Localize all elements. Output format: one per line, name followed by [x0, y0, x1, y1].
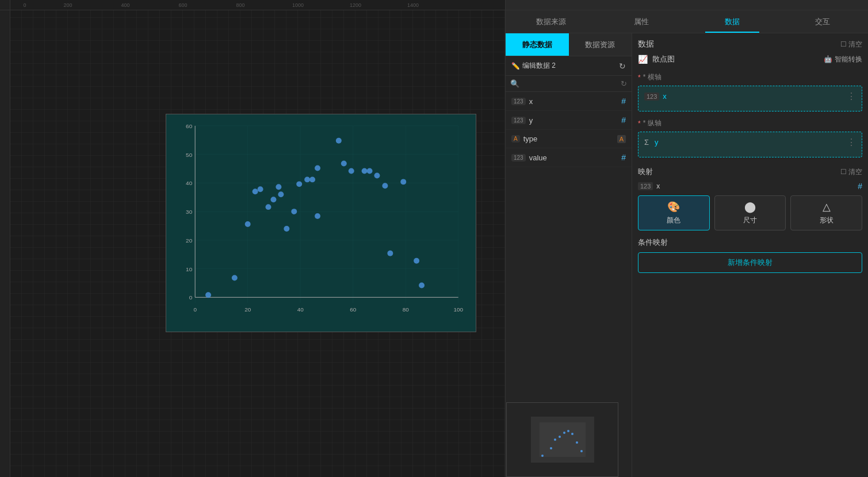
tab-data[interactable]: 数据: [687, 11, 778, 33]
svg-point-47: [349, 168, 354, 174]
mapping-field-type: 123: [638, 182, 653, 190]
svg-point-45: [336, 138, 342, 144]
mapping-size-button[interactable]: ⬤ 尺寸: [714, 195, 786, 230]
mapping-shape-button[interactable]: △ 形状: [790, 195, 862, 230]
clear-mapping-label: 清空: [848, 168, 862, 176]
left-ruler: [0, 10, 10, 477]
svg-text:0: 0: [193, 306, 197, 313]
data-resource-tab[interactable]: 数据资源: [569, 33, 632, 56]
x-required-star: *: [638, 74, 641, 82]
color-label: 颜色: [667, 216, 680, 225]
add-condition-button[interactable]: 新增条件映射: [638, 252, 862, 273]
field-item-y[interactable]: 123 y #: [506, 111, 632, 130]
x-axis-drop-zone[interactable]: 123 x ⋮: [638, 86, 862, 111]
color-icon: 🎨: [667, 201, 680, 213]
svg-point-63: [567, 430, 569, 432]
svg-text:60: 60: [350, 306, 357, 313]
chart-type-row: 📈 散点图 🤖 智能转换: [638, 54, 862, 64]
svg-rect-0: [166, 114, 475, 332]
tab-datasource[interactable]: 数据来源: [506, 11, 596, 33]
edit-data-button[interactable]: ✏️ 编辑数据 2: [511, 61, 556, 71]
ruler-tick-1: 200: [39, 2, 97, 8]
svg-point-35: [270, 197, 276, 202]
svg-point-49: [367, 168, 373, 174]
svg-point-40: [296, 181, 302, 187]
static-data-tab[interactable]: 静态数据: [506, 33, 569, 56]
y-field-agg-icon: Σ: [644, 138, 649, 147]
mapping-title: 映射: [638, 167, 653, 177]
field-type-type: A: [511, 135, 520, 143]
svg-text:40: 40: [186, 180, 193, 186]
svg-point-33: [258, 186, 263, 192]
svg-point-39: [291, 209, 297, 214]
search-icon: 🔍: [510, 79, 519, 88]
svg-point-48: [362, 168, 368, 174]
refresh-icon[interactable]: ↻: [619, 61, 626, 71]
svg-text:50: 50: [186, 152, 193, 158]
top-ruler: 0 200 400 600 800 1000 1200 1400: [10, 0, 505, 10]
svg-text:80: 80: [403, 306, 410, 313]
mini-preview: [506, 402, 618, 477]
x-field-name: x: [663, 92, 843, 101]
chart-widget[interactable]: 0 10 20 30 40 50 60 0 20 40: [166, 114, 476, 332]
y-field-more-button[interactable]: ⋮: [847, 137, 856, 148]
field-item-x[interactable]: 123 x #: [506, 92, 632, 111]
svg-point-62: [563, 432, 565, 434]
tab-attributes[interactable]: 属性: [596, 11, 687, 33]
svg-text:100: 100: [453, 306, 463, 313]
svg-point-59: [550, 447, 552, 449]
clear-label: 清空: [848, 40, 862, 48]
scatter-svg: 0 10 20 30 40 50 60 0 20 40: [166, 114, 476, 332]
size-icon: ⬤: [744, 201, 756, 213]
ruler-tick-7: 1400: [384, 2, 442, 8]
svg-point-38: [284, 226, 289, 232]
search-input[interactable]: [523, 80, 617, 88]
svg-point-66: [580, 450, 583, 452]
mapping-section: 映射 ☐ 清空 123 x # �: [638, 167, 862, 230]
y-axis-drop-zone[interactable]: Σ y ⋮: [638, 132, 862, 157]
condition-title: 条件映射: [638, 237, 862, 248]
field-icon-type: A: [617, 135, 626, 143]
x-axis-title: * 横轴: [643, 72, 661, 82]
chart-type-name: 散点图: [652, 54, 819, 64]
svg-text:40: 40: [297, 306, 304, 313]
svg-point-43: [315, 213, 320, 219]
svg-point-51: [382, 183, 388, 189]
svg-text:20: 20: [186, 237, 193, 244]
y-field-name: y: [655, 138, 843, 147]
mini-chart: [531, 417, 594, 463]
field-name-y: y: [529, 116, 533, 125]
svg-point-41: [304, 176, 310, 182]
tab-interact[interactable]: 交互: [778, 11, 869, 33]
search-refresh-icon[interactable]: ↻: [621, 79, 627, 88]
field-item-type[interactable]: A type A: [506, 130, 632, 148]
svg-point-61: [559, 436, 561, 438]
ai-convert-button[interactable]: 🤖 智能转换: [824, 55, 862, 64]
svg-point-44: [315, 166, 320, 171]
sub-tabs: 静态数据 数据资源: [506, 33, 632, 56]
svg-point-55: [419, 282, 425, 288]
ruler-tick-6: 1200: [327, 2, 384, 8]
ai-icon: 🤖: [824, 55, 832, 63]
svg-point-60: [554, 438, 556, 441]
shape-label: 形状: [820, 216, 833, 225]
field-type-y: 123: [511, 117, 526, 124]
field-name-x: x: [529, 97, 533, 106]
field-type-x: 123: [511, 98, 526, 105]
field-hash-x: #: [621, 97, 626, 106]
mapping-header: 映射 ☐ 清空: [638, 167, 862, 177]
mapping-hash-icon: #: [858, 182, 862, 191]
svg-point-37: [278, 191, 284, 197]
ruler-tick-2: 400: [97, 2, 154, 8]
svg-rect-57: [540, 422, 586, 457]
mapping-color-button[interactable]: 🎨 颜色: [638, 195, 710, 230]
clear-mapping-button[interactable]: ☐ 清空: [840, 167, 862, 177]
clear-data-button[interactable]: ☐ 清空: [840, 40, 862, 49]
edit-data-row: ✏️ 编辑数据 2 ↻: [506, 56, 632, 76]
field-item-value[interactable]: 123 value #: [506, 148, 632, 167]
svg-text:60: 60: [186, 123, 193, 129]
svg-point-36: [276, 184, 281, 190]
x-field-more-button[interactable]: ⋮: [847, 91, 856, 102]
y-axis-field: Σ y ⋮: [644, 137, 856, 148]
ruler-tick-5: 1000: [269, 2, 327, 8]
